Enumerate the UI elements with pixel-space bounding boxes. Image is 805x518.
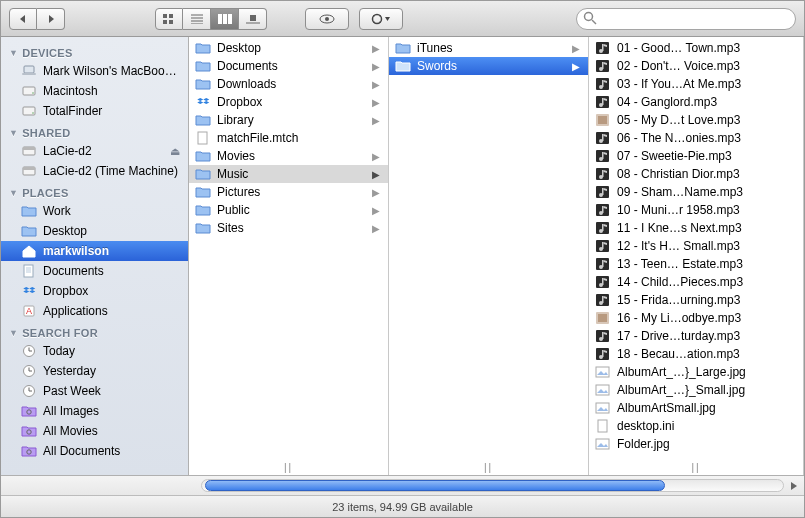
- scroll-right-button[interactable]: [786, 478, 802, 494]
- column-resize-handle[interactable]: ||: [389, 462, 588, 473]
- svg-line-17: [592, 20, 596, 24]
- column-resize-handle[interactable]: ||: [589, 462, 803, 473]
- sidebar-item[interactable]: Past Week: [1, 381, 188, 401]
- toolbar: [1, 1, 804, 37]
- sidebar-item[interactable]: LaCie-d2 (Time Machine): [1, 161, 188, 181]
- scrollbar-thumb[interactable]: [205, 480, 665, 491]
- finder-window: ▼DEVICESMark Wilson's MacBook ProMacinto…: [0, 0, 805, 518]
- sidebar-item[interactable]: Today: [1, 341, 188, 361]
- sidebar-item[interactable]: LaCie-d2⏏: [1, 141, 188, 161]
- file-row[interactable]: 12 - It's H… Small.mp3: [589, 237, 803, 255]
- file-row[interactable]: 04 - Ganglord.mp3: [589, 93, 803, 111]
- file-row[interactable]: Swords▶: [389, 57, 588, 75]
- home-icon: [21, 243, 37, 259]
- sidebar-item[interactable]: Documents: [1, 261, 188, 281]
- sidebar-item[interactable]: Desktop: [1, 221, 188, 241]
- file-row[interactable]: 10 - Muni…r 1958.mp3: [589, 201, 803, 219]
- file-row[interactable]: Movies▶: [189, 147, 388, 165]
- sidebar-item[interactable]: All Documents: [1, 441, 188, 461]
- file-row[interactable]: 05 - My D…t Love.mp3: [589, 111, 803, 129]
- file-row[interactable]: 17 - Drive…turday.mp3: [589, 327, 803, 345]
- search-input[interactable]: [576, 8, 796, 30]
- sidebar-item[interactable]: Yesterday: [1, 361, 188, 381]
- view-icons-button[interactable]: [155, 8, 183, 30]
- sidebar-section-header[interactable]: ▼PLACES: [1, 181, 188, 201]
- file-row[interactable]: Dropbox▶: [189, 93, 388, 111]
- quicklook-button[interactable]: [305, 8, 349, 30]
- file-row[interactable]: 08 - Christian Dior.mp3: [589, 165, 803, 183]
- disclosure-arrow-icon: ▶: [372, 43, 382, 54]
- file-row[interactable]: matchFile.mtch: [189, 129, 388, 147]
- view-list-button[interactable]: [183, 8, 211, 30]
- svg-rect-52: [602, 62, 604, 69]
- file-row[interactable]: desktop.ini: [589, 417, 803, 435]
- file-row[interactable]: Documents▶: [189, 57, 388, 75]
- file-row[interactable]: iTunes▶: [389, 39, 588, 57]
- file-row[interactable]: Downloads▶: [189, 75, 388, 93]
- file-row[interactable]: Pictures▶: [189, 183, 388, 201]
- sidebar-item[interactable]: TotalFinder: [1, 101, 188, 121]
- sidebar-section-header[interactable]: ▼SEARCH FOR: [1, 321, 188, 341]
- action-menu-button[interactable]: [359, 8, 403, 30]
- sidebar-item[interactable]: All Images: [1, 401, 188, 421]
- disclosure-arrow-icon: ▶: [372, 187, 382, 198]
- sidebar-item[interactable]: Dropbox: [1, 281, 188, 301]
- sidebar-item-label: Today: [43, 344, 180, 358]
- svg-text:A: A: [26, 306, 32, 316]
- sidebar-item-label: Documents: [43, 264, 180, 278]
- folder-icon: [21, 203, 37, 219]
- file-row[interactable]: 11 - I Kne…s Next.mp3: [589, 219, 803, 237]
- file-row[interactable]: 14 - Child…Pieces.mp3: [589, 273, 803, 291]
- doc-icon: [21, 263, 37, 279]
- file-row[interactable]: 09 - Sham…Name.mp3: [589, 183, 803, 201]
- file-row[interactable]: Library▶: [189, 111, 388, 129]
- folder-icon: [195, 184, 211, 200]
- file-row[interactable]: AlbumArtSmall.jpg: [589, 399, 803, 417]
- back-button[interactable]: [9, 8, 37, 30]
- sidebar-section-header[interactable]: ▼DEVICES: [1, 41, 188, 61]
- sidebar-item[interactable]: Macintosh: [1, 81, 188, 101]
- column-resize-handle[interactable]: ||: [189, 462, 388, 473]
- file-label: Movies: [217, 149, 366, 163]
- sidebar-item[interactable]: AApplications: [1, 301, 188, 321]
- sidebar-section-label: SEARCH FOR: [22, 327, 98, 339]
- sidebar-item-label: LaCie-d2: [43, 144, 164, 158]
- file-row[interactable]: 06 - The N…onies.mp3: [589, 129, 803, 147]
- sidebar-item[interactable]: All Movies: [1, 421, 188, 441]
- file-row[interactable]: 01 - Good… Town.mp3: [589, 39, 803, 57]
- file-row[interactable]: 03 - If You…At Me.mp3: [589, 75, 803, 93]
- sidebar-item[interactable]: Work: [1, 201, 188, 221]
- svg-rect-69: [602, 170, 604, 177]
- file-row[interactable]: 13 - Teen… Estate.mp3: [589, 255, 803, 273]
- file-row[interactable]: Folder.jpg: [589, 435, 803, 453]
- file-row[interactable]: 15 - Frida…urning.mp3: [589, 291, 803, 309]
- ext-icon: [21, 143, 37, 159]
- sidebar-item[interactable]: Mark Wilson's MacBook Pro: [1, 61, 188, 81]
- file-row[interactable]: 16 - My Li…odbye.mp3: [589, 309, 803, 327]
- file-row[interactable]: Public▶: [189, 201, 388, 219]
- sidebar-item[interactable]: markwilson: [1, 241, 188, 261]
- file-row[interactable]: AlbumArt_…}_Large.jpg: [589, 363, 803, 381]
- mp3-icon: [595, 166, 611, 182]
- forward-button[interactable]: [37, 8, 65, 30]
- file-row[interactable]: AlbumArt_…}_Small.jpg: [589, 381, 803, 399]
- file-row[interactable]: 18 - Becau…ation.mp3: [589, 345, 803, 363]
- file-row[interactable]: Music▶: [189, 165, 388, 183]
- view-columns-button[interactable]: [211, 8, 239, 30]
- folder-icon: [195, 58, 211, 74]
- file-row[interactable]: Desktop▶: [189, 39, 388, 57]
- file-label: 09 - Sham…Name.mp3: [617, 185, 797, 199]
- file-row[interactable]: 02 - Don't… Voice.mp3: [589, 57, 803, 75]
- horizontal-scrollbar[interactable]: [1, 475, 804, 495]
- file-icon: [595, 418, 611, 434]
- sidebar-section-header[interactable]: ▼SHARED: [1, 121, 188, 141]
- svg-point-14: [325, 17, 329, 21]
- file-row[interactable]: Sites▶: [189, 219, 388, 237]
- eject-icon[interactable]: ⏏: [170, 145, 180, 158]
- file-row[interactable]: 07 - Sweetie-Pie.mp3: [589, 147, 803, 165]
- hdd-icon: [21, 103, 37, 119]
- view-coverflow-button[interactable]: [239, 8, 267, 30]
- svg-rect-27: [23, 167, 35, 170]
- sidebar-item-label: Applications: [43, 304, 180, 318]
- file-label: 18 - Becau…ation.mp3: [617, 347, 797, 361]
